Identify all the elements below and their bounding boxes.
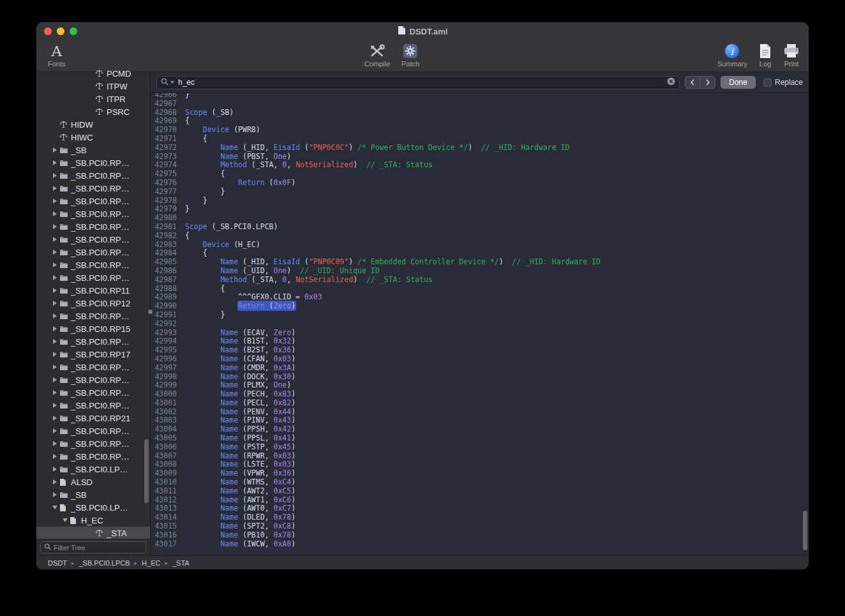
code-line[interactable]: 43008 Name (LSTE, 0x03) bbox=[151, 460, 809, 469]
breadcrumb-item[interactable]: _SB.PCI0.LPCB bbox=[79, 559, 130, 567]
summary-button[interactable]: i Summary bbox=[717, 43, 747, 68]
tree-item-sb-pci0-rp11[interactable]: _SB.PCI0.RP11 bbox=[36, 284, 150, 297]
tree-item-sb-pci0-rp[interactable]: _SB.PCI0.RP… bbox=[36, 310, 150, 322]
code-line[interactable]: 42980 bbox=[151, 214, 809, 223]
disclosure-collapsed-icon[interactable] bbox=[50, 250, 59, 255]
tree-item-sb-pci0-rp17[interactable]: _SB.PCI0.RP17 bbox=[36, 348, 150, 361]
tree-item-hidw[interactable]: HIDW bbox=[36, 118, 150, 131]
code-line[interactable]: 43011 Name (AWT2, 0xC5) bbox=[151, 487, 809, 496]
code-line[interactable]: 42982{ bbox=[151, 232, 809, 241]
disclosure-collapsed-icon[interactable] bbox=[50, 224, 59, 229]
code-line[interactable]: 42999 Name (PLMX, One) bbox=[151, 381, 809, 390]
close-button[interactable] bbox=[44, 27, 52, 35]
code-line[interactable]: 42979} bbox=[151, 205, 809, 214]
disclosure-collapsed-icon[interactable] bbox=[50, 288, 59, 293]
code-line[interactable]: 42975 { bbox=[151, 170, 809, 179]
tree-item-sb-pci0-rp[interactable]: _SB.PCI0.RP… bbox=[36, 335, 150, 348]
tree-item-sb-pci0-rp[interactable]: _SB.PCI0.RP… bbox=[36, 271, 150, 284]
zoom-button[interactable] bbox=[70, 27, 77, 35]
code-line[interactable]: 42994 Name (B1ST, 0x32) bbox=[151, 337, 809, 346]
code-line[interactable]: 42976 Return (0x0F) bbox=[151, 179, 809, 188]
disclosure-collapsed-icon[interactable] bbox=[50, 390, 59, 395]
tree-item-sb-pci0-rp[interactable]: _SB.PCI0.RP… bbox=[36, 195, 150, 207]
code-line[interactable]: 43016 Name (PB10, 0x78) bbox=[151, 531, 809, 540]
filter-tree-field[interactable]: Filter Tree bbox=[40, 541, 146, 553]
code-line[interactable]: 42988 { bbox=[151, 285, 809, 294]
tree-item-sb-pci0-rp[interactable]: _SB.PCI0.RP… bbox=[36, 233, 150, 246]
disclosure-collapsed-icon[interactable] bbox=[50, 301, 59, 306]
code-line[interactable]: 42998 Name (DOCK, 0x30) bbox=[151, 373, 809, 382]
disclosure-collapsed-icon[interactable] bbox=[50, 492, 59, 497]
sidebar-scrollbar[interactable] bbox=[144, 439, 149, 503]
tree-item-sb-pci0-rp[interactable]: _SB.PCI0.RP… bbox=[36, 259, 150, 271]
search-field[interactable]: h_ec bbox=[156, 76, 680, 89]
disclosure-collapsed-icon[interactable] bbox=[50, 313, 59, 319]
disclosure-expanded-icon[interactable] bbox=[61, 518, 70, 522]
code-line[interactable]: 42985 Name (_HID, EisaId ("PNP0C09") /* … bbox=[151, 258, 809, 267]
code-line[interactable]: 42967 bbox=[151, 100, 809, 109]
code-line[interactable]: 43015 Name (SPT2, 0xC8) bbox=[151, 522, 809, 531]
code-line[interactable]: 42966} bbox=[151, 93, 809, 100]
code-line[interactable]: 42987 Method (_STA, 0, NotSerialized) //… bbox=[151, 276, 809, 285]
clear-search-icon[interactable] bbox=[667, 77, 675, 88]
tree-item-alsd[interactable]: ALSD bbox=[36, 476, 150, 488]
code-line[interactable]: 42977 } bbox=[151, 188, 809, 197]
disclosure-collapsed-icon[interactable] bbox=[50, 160, 59, 165]
tree-item-sb-pci0-rp[interactable]: _SB.PCI0.RP… bbox=[36, 373, 150, 386]
code-line[interactable]: 42972 Name (_HID, EisaId ("PNP0C0C") /* … bbox=[151, 144, 809, 153]
code-line[interactable]: 43001 Name (PECL, 0x82) bbox=[151, 399, 809, 408]
tree-item-sb[interactable]: _SB bbox=[36, 144, 150, 156]
code-line[interactable]: 42990 Return (Zero) bbox=[151, 302, 809, 311]
compile-button[interactable]: Compile bbox=[364, 43, 390, 68]
search-input[interactable]: h_ec bbox=[178, 78, 665, 87]
disclosure-collapsed-icon[interactable] bbox=[50, 479, 59, 485]
tree-item-sb-pci0-rp[interactable]: _SB.PCI0.RP… bbox=[36, 156, 150, 169]
tree-item-sb-pci0-rp[interactable]: _SB.PCI0.RP… bbox=[36, 399, 150, 412]
disclosure-collapsed-icon[interactable] bbox=[50, 339, 59, 344]
replace-checkbox[interactable] bbox=[763, 79, 772, 87]
tree-item-hiwc[interactable]: HIWC bbox=[36, 131, 150, 144]
tree-item-sb-pci0-rp[interactable]: _SB.PCI0.RP… bbox=[36, 386, 150, 399]
fonts-button[interactable]: A Fonts bbox=[48, 43, 66, 68]
code-line[interactable]: 42995 Name (B2ST, 0x36) bbox=[151, 346, 809, 355]
disclosure-collapsed-icon[interactable] bbox=[50, 454, 59, 459]
disclosure-collapsed-icon[interactable] bbox=[50, 199, 59, 204]
code-line[interactable]: 43003 Name (PINV, 0x43) bbox=[151, 416, 809, 425]
disclosure-collapsed-icon[interactable] bbox=[50, 428, 59, 433]
code-line[interactable]: 42974 Method (_STA, 0, NotSerialized) //… bbox=[151, 161, 809, 170]
code-line[interactable]: 42991 } bbox=[151, 311, 809, 320]
code-line[interactable]: 42992 bbox=[151, 320, 809, 329]
code-line[interactable]: 42997 Name (CMDR, 0x3A) bbox=[151, 364, 809, 373]
code-line[interactable]: 43007 Name (RPWR, 0x03) bbox=[151, 452, 809, 461]
code-line[interactable]: 43000 Name (PECH, 0x83) bbox=[151, 390, 809, 399]
code-line[interactable]: 42983 Device (H_EC) bbox=[151, 241, 809, 250]
code-line[interactable]: 43013 Name (AWT0, 0xC7) bbox=[151, 504, 809, 513]
tree-item-sb-pci0-rp[interactable]: _SB.PCI0.RP… bbox=[36, 220, 150, 233]
pane-splitter-handle[interactable] bbox=[148, 310, 153, 314]
code-line[interactable]: 43017 Name (IWCW, 0xA0) bbox=[151, 540, 809, 549]
code-line[interactable]: 42968Scope (_SB) bbox=[151, 109, 809, 117]
code-line[interactable]: 43005 Name (PPSL, 0x41) bbox=[151, 434, 809, 443]
disclosure-collapsed-icon[interactable] bbox=[50, 275, 59, 280]
disclosure-collapsed-icon[interactable] bbox=[50, 364, 59, 370]
code-line[interactable]: 43004 Name (PPSH, 0x42) bbox=[151, 425, 809, 434]
disclosure-collapsed-icon[interactable] bbox=[50, 211, 59, 216]
disclosure-collapsed-icon[interactable] bbox=[50, 467, 59, 472]
tree-item-h-ec[interactable]: H_EC bbox=[36, 514, 150, 527]
code-line[interactable]: 42973 Name (PBST, One) bbox=[151, 153, 809, 162]
disclosure-collapsed-icon[interactable] bbox=[50, 173, 59, 178]
disclosure-collapsed-icon[interactable] bbox=[50, 377, 59, 382]
tree-item-sb-pci0-rp[interactable]: _SB.PCI0.RP… bbox=[36, 437, 150, 450]
disclosure-collapsed-icon[interactable] bbox=[50, 237, 59, 242]
tree-item-sb-pci0-rp12[interactable]: _SB.PCI0.RP12 bbox=[36, 297, 150, 310]
code-line[interactable]: 43009 Name (VPWR, 0x30) bbox=[151, 469, 809, 478]
code-area[interactable]: 42966}4296742968Scope (_SB)42969{42970 D… bbox=[151, 93, 809, 555]
disclosure-collapsed-icon[interactable] bbox=[50, 416, 59, 421]
code-line[interactable]: 42971 { bbox=[151, 135, 809, 144]
code-line[interactable]: 42986 Name (_UID, One) // _UID: Unique I… bbox=[151, 267, 809, 276]
tree-item-sb-pci0-lp[interactable]: _SB.PCI0.LP… bbox=[36, 501, 150, 514]
find-previous-button[interactable] bbox=[685, 76, 700, 89]
log-button[interactable]: Log bbox=[759, 43, 772, 68]
tree-item-sb[interactable]: _SB bbox=[36, 488, 150, 501]
disclosure-collapsed-icon[interactable] bbox=[50, 262, 59, 267]
